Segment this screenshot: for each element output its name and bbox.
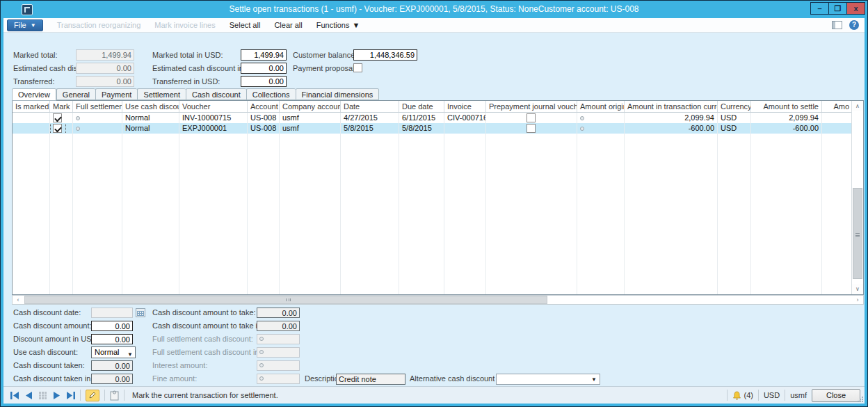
prepayment-checkbox[interactable] [527, 124, 536, 133]
last-record-icon[interactable] [66, 392, 75, 399]
close-window-button[interactable]: x [846, 2, 865, 15]
grid-cell-prepayment_journal_voucher[interactable] [486, 123, 577, 134]
column-header-due_date[interactable]: Due date [399, 101, 444, 112]
table-row[interactable]: NormalINV-10000715US-008usmf4/27/20156/1… [13, 113, 851, 123]
summary-field[interactable]: 1,448,346.59 [353, 49, 417, 61]
column-header-invoice[interactable]: Invoice [444, 101, 486, 112]
grid-cell-company_accounts[interactable]: usmf [280, 123, 341, 134]
grid-cell-amount_in_transaction_currency[interactable]: -600.00 [625, 123, 718, 134]
table-row[interactable]: NormalEXPJ000001US-008usmf5/8/20155/8/20… [13, 123, 851, 134]
summary-field[interactable]: 1,499.94 [241, 49, 287, 61]
notification-count[interactable]: (4) [744, 391, 753, 399]
cash-discount-date-field[interactable] [91, 308, 133, 318]
alternative-cash-discount-account-combo[interactable]: ▼ [496, 374, 600, 385]
summary-field[interactable]: 0.00 [241, 76, 287, 87]
scroll-down-icon[interactable]: ∨ [852, 284, 863, 294]
tab-settlement[interactable]: Settlement [137, 88, 186, 100]
tab-cash-discount[interactable]: Cash discount [186, 88, 246, 100]
grid-cell-full_settlement[interactable] [73, 113, 122, 123]
resize-grip[interactable] [857, 396, 864, 403]
minimize-button[interactable]: – [810, 2, 829, 15]
grid-cell-is_marked[interactable] [13, 123, 50, 134]
grid-cell-voucher[interactable]: INV-10000715 [179, 113, 248, 123]
previous-record-icon[interactable] [24, 392, 33, 399]
summary-field[interactable]: 0.00 [241, 63, 287, 74]
mark-checkbox[interactable] [53, 124, 62, 133]
grid-cell-amount_in_transaction_currency[interactable]: 2,099.94 [625, 113, 718, 123]
transactions-grid[interactable]: Is markedMarkFull settlementUse cash dis… [12, 100, 864, 295]
vertical-scroll-thumb[interactable] [853, 188, 862, 279]
grid-cell-date[interactable]: 4/27/2015 [341, 113, 399, 123]
grid-cell-due_date[interactable]: 5/8/2015 [399, 123, 444, 134]
grid-cell-mark[interactable] [50, 123, 73, 134]
column-header-amount_origin[interactable]: Amount origin [577, 101, 625, 112]
grid-cell-amo_truncated[interactable] [822, 123, 851, 134]
prepayment-checkbox[interactable] [527, 113, 536, 122]
column-header-amo_truncated[interactable]: Amo [822, 101, 851, 112]
horizontal-scrollbar[interactable]: ‹ › [12, 295, 864, 305]
toolbar-item-select-all[interactable]: Select all [230, 21, 261, 29]
next-record-icon[interactable] [52, 392, 61, 399]
details-field[interactable]: 0.00 [91, 321, 133, 331]
notifications-bell-icon[interactable] [732, 391, 741, 400]
grid-cell-use_cash_discount[interactable]: Normal [122, 113, 179, 123]
column-header-is_marked[interactable]: Is marked [13, 101, 50, 112]
grid-cell-amount_origin[interactable] [577, 113, 625, 123]
column-header-mark[interactable]: Mark [50, 101, 73, 112]
grid-cell-voucher[interactable]: EXPJ000001 [179, 123, 248, 134]
column-header-date[interactable]: Date [341, 101, 399, 112]
use-cash-discount-select[interactable]: Normal▼ [91, 346, 136, 358]
grid-cell-currency[interactable]: USD [718, 113, 751, 123]
grid-cell-date[interactable]: 5/8/2015 [341, 123, 399, 134]
grid-cell-company_accounts[interactable]: usmf [280, 113, 341, 123]
column-header-company_accounts[interactable]: Company accounts [280, 101, 341, 112]
grid-cell-amount_origin[interactable] [577, 123, 625, 134]
first-record-icon[interactable] [10, 392, 19, 399]
toolbar-item-functions[interactable]: Functions▼ [316, 21, 360, 29]
grid-cell-prepayment_journal_voucher[interactable] [486, 113, 577, 123]
grid-cell-amount_to_settle[interactable]: -600.00 [751, 123, 822, 134]
grid-cell-invoice[interactable]: CIV-000716 [444, 113, 486, 123]
mark-checkbox[interactable] [53, 113, 62, 122]
column-header-amount_in_transaction_currency[interactable]: Amount in transaction currency [625, 101, 718, 112]
grid-cell-use_cash_discount[interactable]: Normal [122, 123, 179, 134]
column-header-currency[interactable]: Currency [718, 101, 751, 112]
tab-general[interactable]: General [56, 88, 95, 100]
close-button[interactable]: Close [812, 389, 860, 402]
scroll-up-icon[interactable]: ∧ [852, 101, 863, 111]
maximize-button[interactable]: ❐ [828, 2, 847, 15]
grid-cell-mark[interactable] [50, 113, 73, 123]
tab-collections[interactable]: Collections [246, 88, 296, 100]
column-header-account[interactable]: Account [248, 101, 280, 112]
column-header-use_cash_discount[interactable]: Use cash discount [122, 101, 179, 112]
column-header-amount_to_settle[interactable]: Amount to settle [751, 101, 822, 112]
scroll-left-icon[interactable]: ‹ [13, 296, 24, 304]
payment-proposal-checkbox[interactable] [353, 63, 362, 72]
grid-cell-is_marked[interactable] [13, 113, 50, 123]
tab-payment[interactable]: Payment [95, 88, 137, 100]
column-header-prepayment_journal_voucher[interactable]: Prepayment journal voucher [486, 101, 577, 112]
titlebar[interactable]: Settle open transactions (1 - usmf) - Vo… [1, 1, 867, 18]
horizontal-scroll-thumb[interactable] [24, 296, 547, 304]
grid-cell-account[interactable]: US-008 [248, 123, 280, 134]
document-handling-icon[interactable] [110, 390, 119, 401]
grid-cell-account[interactable]: US-008 [248, 113, 280, 123]
grid-cell-amount_to_settle[interactable]: 2,099.94 [751, 113, 822, 123]
help-icon[interactable]: ? [849, 20, 859, 30]
calendar-icon[interactable] [136, 308, 145, 317]
grid-cell-due_date[interactable]: 6/11/2015 [399, 113, 444, 123]
grid-cell-invoice[interactable] [444, 123, 486, 134]
column-header-voucher[interactable]: Voucher [179, 101, 248, 112]
tab-overview[interactable]: Overview [12, 88, 56, 101]
grid-view-icon[interactable] [38, 392, 47, 399]
toolbar-item-clear-all[interactable]: Clear all [274, 21, 302, 29]
tab-financial-dimensions[interactable]: Financial dimensions [296, 88, 380, 100]
vertical-scrollbar[interactable]: ∧ ∨ [851, 101, 863, 294]
grid-cell-amo_truncated[interactable] [822, 113, 851, 123]
grid-cell-full_settlement[interactable] [73, 123, 122, 134]
details-field[interactable]: 0.00 [91, 334, 133, 344]
grid-cell-currency[interactable]: USD [718, 123, 751, 134]
description-field[interactable]: Credit note [336, 374, 405, 385]
layout-pane-icon[interactable] [832, 21, 842, 29]
edit-record-icon[interactable] [86, 390, 99, 401]
